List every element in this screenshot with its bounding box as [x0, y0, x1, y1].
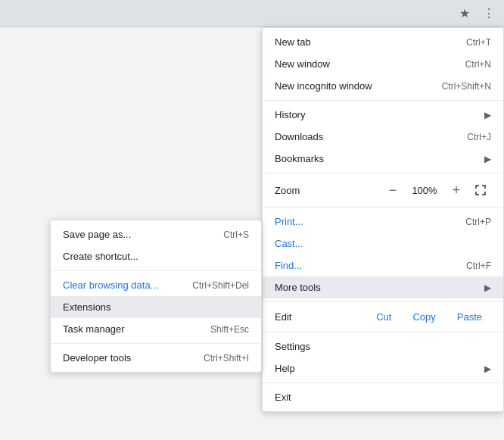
menu-item-help[interactable]: Help ▶: [263, 357, 503, 379]
print-shortcut: Ctrl+P: [465, 217, 491, 227]
edit-row: Edit Cut Copy Paste: [263, 305, 503, 329]
menu-item-find[interactable]: Find... Ctrl+F: [263, 254, 503, 276]
bookmarks-arrow: ▶: [484, 154, 491, 164]
save-page-shortcut: Ctrl+S: [223, 229, 249, 240]
cast-label: Cast...: [275, 238, 303, 249]
divider-1: [263, 100, 503, 101]
divider-3: [263, 207, 503, 208]
new-window-label: New window: [275, 58, 330, 70]
divider-2: [263, 173, 503, 173]
save-page-label: Save page as...: [63, 229, 131, 240]
zoom-row: Zoom − 100% +: [263, 176, 503, 204]
settings-label: Settings: [275, 341, 310, 352]
print-label: Print...: [275, 216, 303, 227]
menu-item-new-incognito[interactable]: New incognito window Ctrl+Shift+N: [263, 75, 503, 97]
menu-item-clear-browsing[interactable]: Clear browsing data... Ctrl+Shift+Del: [51, 274, 261, 296]
svg-rect-5: [475, 192, 477, 195]
more-tools-label: More tools: [275, 282, 321, 293]
new-incognito-label: New incognito window: [275, 80, 372, 92]
zoom-label: Zoom: [275, 185, 382, 196]
menu-item-new-tab[interactable]: New tab Ctrl+T: [263, 31, 503, 53]
downloads-label: Downloads: [275, 131, 323, 142]
star-icon[interactable]: ★: [456, 5, 474, 23]
history-arrow: ▶: [484, 110, 491, 120]
exit-label: Exit: [275, 392, 291, 403]
menu-item-new-window[interactable]: New window Ctrl+N: [263, 53, 503, 75]
task-manager-shortcut: Shift+Esc: [210, 324, 249, 335]
new-incognito-shortcut: Ctrl+Shift+N: [442, 81, 491, 92]
sub-divider-1: [51, 270, 261, 271]
menu-item-history[interactable]: History ▶: [263, 104, 503, 126]
zoom-plus-button[interactable]: +: [446, 179, 467, 201]
main-dropdown-menu: New tab Ctrl+T New window Ctrl+N New inc…: [262, 27, 504, 412]
zoom-minus-button[interactable]: −: [382, 179, 403, 201]
divider-6: [263, 382, 503, 383]
extensions-label: Extensions: [63, 301, 111, 313]
fullscreen-button[interactable]: [470, 179, 491, 201]
menu-icon[interactable]: ⋮: [480, 5, 498, 23]
help-arrow: ▶: [484, 364, 491, 374]
menu-item-exit[interactable]: Exit: [263, 386, 503, 408]
svg-rect-7: [484, 192, 486, 195]
svg-rect-3: [484, 185, 486, 189]
create-shortcut-label: Create shortcut...: [63, 251, 138, 262]
copy-button[interactable]: Copy: [403, 308, 444, 326]
divider-4: [263, 301, 503, 302]
menu-item-save-page[interactable]: Save page as... Ctrl+S: [51, 223, 261, 245]
menu-item-task-manager[interactable]: Task manager Shift+Esc: [51, 318, 261, 340]
downloads-shortcut: Ctrl+J: [467, 132, 491, 142]
menu-item-extensions[interactable]: Extensions: [51, 296, 261, 318]
browser-bar: ★ ⋮: [0, 0, 504, 27]
help-label: Help: [275, 363, 295, 374]
menu-item-bookmarks[interactable]: Bookmarks ▶: [263, 148, 503, 170]
more-tools-arrow: ▶: [484, 282, 491, 293]
cut-button[interactable]: Cut: [367, 308, 400, 326]
menu-item-cast[interactable]: Cast...: [263, 232, 503, 254]
new-window-shortcut: Ctrl+N: [465, 59, 491, 70]
developer-tools-label: Developer tools: [63, 352, 131, 364]
svg-rect-1: [475, 185, 477, 189]
find-shortcut: Ctrl+F: [466, 261, 491, 271]
menu-item-create-shortcut[interactable]: Create shortcut...: [51, 245, 261, 267]
menu-item-more-tools[interactable]: More tools ▶: [263, 276, 503, 298]
edit-buttons: Cut Copy Paste: [367, 308, 491, 326]
zoom-controls: − 100% +: [382, 179, 467, 201]
new-tab-shortcut: Ctrl+T: [466, 37, 491, 48]
menu-item-print[interactable]: Print... Ctrl+P: [263, 211, 503, 232]
history-label: History: [275, 109, 305, 120]
developer-tools-shortcut: Ctrl+Shift+I: [204, 353, 249, 364]
zoom-value: 100%: [409, 185, 440, 196]
sub-divider-2: [51, 343, 261, 344]
clear-browsing-shortcut: Ctrl+Shift+Del: [192, 280, 249, 291]
bookmarks-label: Bookmarks: [275, 153, 324, 164]
find-label: Find...: [275, 260, 302, 271]
menu-item-downloads[interactable]: Downloads Ctrl+J: [263, 126, 503, 148]
task-manager-label: Task manager: [63, 323, 125, 335]
paste-button[interactable]: Paste: [448, 308, 491, 326]
menu-item-developer-tools[interactable]: Developer tools Ctrl+Shift+I: [51, 347, 261, 369]
edit-label: Edit: [275, 311, 367, 323]
new-tab-label: New tab: [275, 36, 311, 48]
menu-item-settings[interactable]: Settings: [263, 335, 503, 357]
divider-5: [263, 332, 503, 332]
sub-dropdown-menu: Save page as... Ctrl+S Create shortcut..…: [50, 220, 262, 373]
clear-browsing-label: Clear browsing data...: [63, 279, 158, 291]
